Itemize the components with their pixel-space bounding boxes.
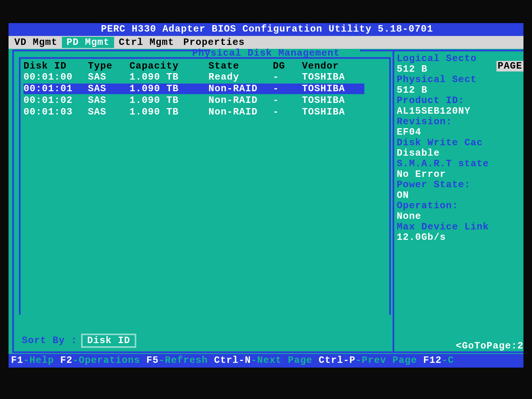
key-f2: F2 [60, 355, 73, 366]
column-headers: Disk ID Type Capacity State DG Vendor [24, 61, 388, 71]
prop-label-max-link: Max Device Link [397, 222, 524, 232]
sort-by-value[interactable]: Disk ID [81, 334, 136, 348]
cell-vendor: TOSHIBA [302, 83, 364, 94]
cell-vendor: TOSHIBA [302, 72, 364, 82]
key-ctrl-p: Ctrl-P [319, 355, 355, 366]
cell-vendor: TOSHIBA [302, 107, 364, 117]
cell-type: SAS [88, 72, 129, 82]
prop-value-revision: EF04 [397, 127, 524, 138]
cell-disk-id: 00:01:00 [24, 72, 88, 82]
status-bar: F1-Help F2-Operations F5-Refresh Ctrl-N-… [8, 354, 524, 368]
cell-dg: - [273, 83, 302, 94]
table-row[interactable]: 00:01:00 SAS 1.090 TB Ready - TOSHIBA [24, 71, 388, 83]
tab-properties[interactable]: Properties [179, 37, 249, 48]
bios-screen: PERC H330 Adapter BIOS Configuration Uti… [8, 23, 524, 368]
cell-dg: - [273, 107, 302, 117]
prop-label-revision: Revision: [397, 117, 524, 127]
prop-value-physical-sector: 512 B [397, 85, 524, 95]
tab-vd-mgmt[interactable]: VD Mgmt [10, 37, 62, 48]
desc-f12: -C [442, 355, 454, 366]
cell-state: Non-RAID [209, 95, 273, 106]
prop-value-operation: None [397, 211, 524, 222]
cell-vendor: TOSHIBA [302, 95, 364, 106]
col-type: Type [88, 61, 129, 71]
properties-pane: PAGE Logical Secto 512 B Physical Sect 5… [393, 51, 524, 351]
col-capacity: Capacity [129, 61, 209, 71]
key-f5: F5 [146, 355, 158, 366]
desc-f5: -Refresh [159, 355, 214, 366]
key-f12: F12 [423, 355, 442, 366]
menu-bar: VD Mgmt PD Mgmt Ctrl Mgmt Properties [8, 36, 524, 49]
prop-value-product-id: AL15SEB120NY [397, 106, 524, 117]
tab-pd-mgmt[interactable]: PD Mgmt [62, 37, 114, 48]
table-row[interactable]: 00:01:03 SAS 1.090 TB Non-RAID - TOSHIBA [24, 106, 388, 118]
cell-dg: - [273, 72, 302, 82]
key-ctrl-n: Ctrl-N [214, 355, 251, 366]
disk-list-pane: Disk ID Type Capacity State DG Vendor 00… [19, 57, 391, 315]
cell-capacity: 1.090 TB [129, 95, 209, 106]
cell-disk-id: 00:01:03 [24, 107, 88, 117]
sort-by-label: Sort By : [22, 336, 77, 346]
sort-by-box: Sort By : Disk ID [22, 334, 136, 348]
prop-value-max-link: 12.0Gb/s [397, 232, 524, 243]
prop-value-disk-write-cache: Disable [397, 148, 524, 158]
prop-value-smart: No Error [397, 169, 524, 180]
page-indicator: PAGE [496, 61, 524, 71]
cell-disk-id: 00:01:02 [24, 95, 88, 106]
monitor-bezel: PERC H330 Adapter BIOS Configuration Uti… [0, 0, 532, 399]
desc-f2: -Operations [73, 355, 146, 366]
desc-ctrl-p: -Prev Page [355, 355, 423, 366]
cell-capacity: 1.090 TB [129, 72, 209, 82]
cell-type: SAS [88, 107, 129, 117]
key-f1: F1 [11, 355, 23, 366]
prop-label-power-state: Power State: [397, 180, 524, 190]
desc-ctrl-n: -Next Page [251, 355, 319, 366]
title-bar: PERC H330 Adapter BIOS Configuration Uti… [8, 23, 524, 36]
cell-state: Ready [209, 72, 273, 82]
col-vendor: Vendor [302, 61, 364, 71]
cell-state: Non-RAID [209, 83, 273, 94]
title-text: PERC H330 Adapter BIOS Configuration Uti… [101, 24, 433, 34]
prop-value-power-state: ON [397, 190, 524, 201]
prop-label-smart: S.M.A.R.T state [397, 158, 524, 169]
cell-disk-id: 00:01:01 [24, 83, 88, 94]
cell-dg: - [273, 95, 302, 106]
cell-capacity: 1.090 TB [129, 83, 209, 94]
cell-type: SAS [88, 95, 129, 106]
screen-title: Physical Disk Management [8, 48, 524, 59]
prop-label-disk-write-cache: Disk Write Cac [397, 138, 524, 148]
table-row[interactable]: 00:01:02 SAS 1.090 TB Non-RAID - TOSHIBA [24, 95, 388, 106]
main-frame: Disk ID Type Capacity State DG Vendor 00… [12, 50, 524, 353]
table-row[interactable]: 00:01:01 SAS 1.090 TB Non-RAID - TOSHIBA [24, 83, 388, 95]
prop-label-physical-sector: Physical Sect [397, 74, 524, 85]
cell-state: Non-RAID [209, 107, 273, 117]
col-dg: DG [273, 61, 302, 71]
cell-capacity: 1.090 TB [129, 107, 209, 117]
tab-ctrl-mgmt[interactable]: Ctrl Mgmt [114, 37, 178, 48]
goto-page-hint: <GoToPage:2 [456, 341, 524, 351]
cell-type: SAS [88, 83, 129, 94]
col-state: State [209, 61, 273, 71]
prop-label-product-id: Product ID: [397, 95, 524, 106]
desc-f1: -Help [23, 355, 60, 366]
col-disk-id: Disk ID [24, 61, 88, 71]
prop-label-operation: Operation: [397, 201, 524, 211]
